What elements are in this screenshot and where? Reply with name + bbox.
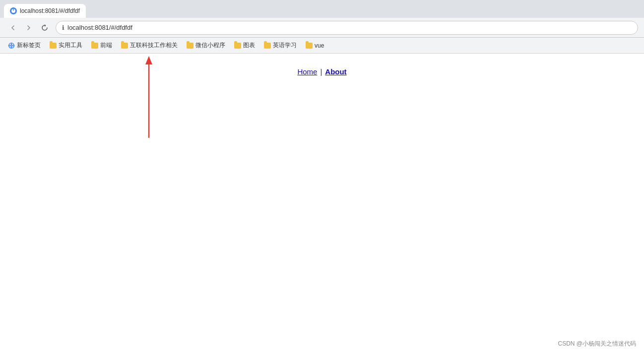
back-button[interactable] <box>6 21 20 35</box>
reload-button[interactable] <box>38 21 52 35</box>
bookmark-useful-tools-label: 实用工具 <box>59 41 82 50</box>
browser-tab[interactable]: localhost:8081/#/dfdfdf <box>4 4 86 18</box>
watermark: CSDN @小杨闯关之情迷代码 <box>558 340 636 348</box>
bookmarks-bar: 新标签页 实用工具 前端 互联科技工作相关 微信小程序 图表 英语学习 <box>0 38 644 54</box>
folder-icon-wechat-mini <box>187 43 193 49</box>
nav-separator: | <box>320 67 322 76</box>
bookmark-wechat-mini-label: 微信小程序 <box>195 41 225 50</box>
bookmark-wechat-mini[interactable]: 微信小程序 <box>183 40 229 51</box>
bookmark-useful-tools[interactable]: 实用工具 <box>46 40 86 51</box>
folder-icon-tech-work <box>121 43 128 49</box>
bookmark-english-label: 英语学习 <box>273 41 297 50</box>
bookmark-new-tab-label: 新标签页 <box>17 41 41 50</box>
bookmark-tech-work[interactable]: 互联科技工作相关 <box>117 40 182 51</box>
bookmark-vue[interactable]: vue <box>302 41 328 51</box>
about-link[interactable]: About <box>325 67 346 76</box>
home-link[interactable]: Home <box>297 67 317 76</box>
bookmark-frontend-label: 前端 <box>100 41 112 50</box>
page-content: Home | About <box>0 54 644 354</box>
tab-favicon <box>10 7 17 14</box>
new-tab-icon <box>8 42 15 49</box>
bookmark-frontend[interactable]: 前端 <box>87 40 116 51</box>
svg-marker-7 <box>145 56 152 64</box>
red-arrow-annotation <box>141 54 156 138</box>
info-icon: ℹ <box>62 24 64 31</box>
tab-bar: localhost:8081/#/dfdfdf <box>0 0 644 18</box>
bookmark-charts-label: 图表 <box>243 41 255 50</box>
nav-buttons <box>6 21 52 35</box>
bookmark-vue-label: vue <box>315 42 324 49</box>
folder-icon-english <box>264 43 271 49</box>
address-bar: ℹ localhost:8081/#/dfdfdf <box>0 18 644 38</box>
browser-chrome: localhost:8081/#/dfdfdf <box>0 0 644 54</box>
tab-title: localhost:8081/#/dfdfdf <box>20 7 80 14</box>
url-text: localhost:8081/#/dfdfdf <box>67 24 632 31</box>
bookmark-charts[interactable]: 图表 <box>230 40 259 51</box>
folder-icon-useful-tools <box>50 43 57 49</box>
folder-icon-charts <box>234 43 241 49</box>
forward-button[interactable] <box>22 21 36 35</box>
folder-icon-vue <box>306 43 313 49</box>
bookmark-english[interactable]: 英语学习 <box>260 40 301 51</box>
folder-icon-frontend <box>91 43 98 49</box>
bookmark-tech-work-label: 互联科技工作相关 <box>130 41 178 50</box>
page-nav: Home | About <box>297 67 346 76</box>
bookmark-new-tab[interactable]: 新标签页 <box>4 40 45 51</box>
url-bar[interactable]: ℹ localhost:8081/#/dfdfdf <box>56 21 638 35</box>
